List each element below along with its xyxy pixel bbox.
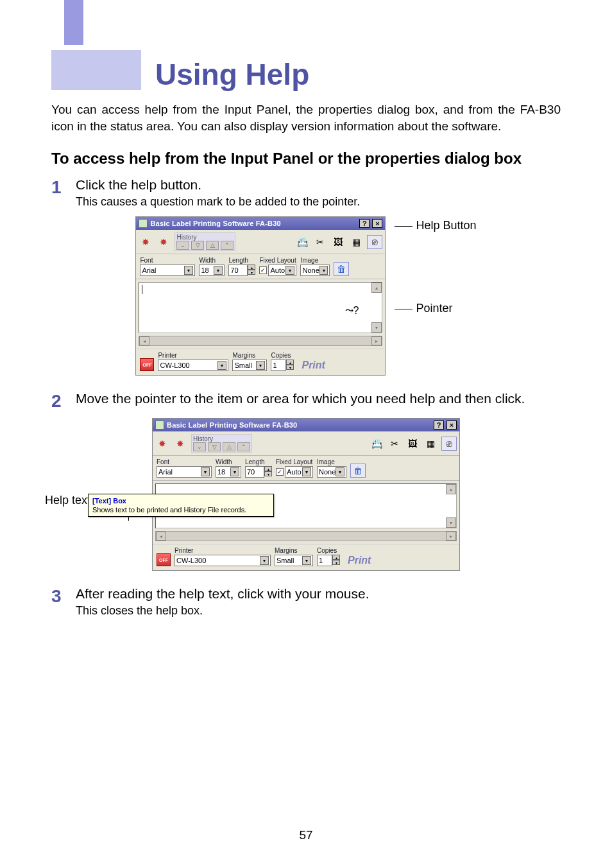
- copies-label: Copies: [271, 352, 294, 359]
- off-indicator-icon[interactable]: OFF: [157, 553, 171, 566]
- help-button[interactable]: ?: [359, 219, 370, 228]
- tooltip-title: [Text] Box: [92, 497, 269, 505]
- tool-icon[interactable]: ✸: [157, 235, 171, 249]
- chevron-down-icon: ▾: [302, 467, 311, 476]
- app-window: Basic Label Printing Software FA-B30 ? ×…: [135, 216, 386, 376]
- chevron-down-icon: ▾: [260, 556, 269, 565]
- options-button[interactable]: ⎚: [441, 437, 457, 451]
- accent-bar: [64, 0, 83, 45]
- chevron-down-icon: ▾: [217, 361, 226, 370]
- font-label: Font: [157, 458, 212, 465]
- step-1: 1 Click the help button. This causes a q…: [51, 177, 561, 209]
- trash-button[interactable]: 🗑: [334, 262, 349, 276]
- settings-icon[interactable]: ▦: [423, 437, 438, 451]
- bottom-bar: OFF Printer CW-L300▾ Margins Small▾ Copi…: [153, 544, 459, 570]
- chevron-down-icon: ▾: [201, 467, 210, 476]
- length-spinner[interactable]: 70: [228, 265, 248, 276]
- history-label: History: [176, 234, 196, 241]
- image-icon[interactable]: 🖼: [331, 235, 345, 249]
- history-nav-button[interactable]: ⌄: [193, 442, 206, 451]
- close-button[interactable]: ×: [372, 219, 382, 228]
- cut-icon[interactable]: ✂: [313, 235, 327, 249]
- spin-down[interactable]: ▾: [248, 270, 255, 275]
- print-button[interactable]: Print: [344, 555, 375, 566]
- scroll-up-button[interactable]: ▴: [446, 484, 456, 494]
- scroll-up-button[interactable]: ▴: [371, 282, 382, 293]
- horizontal-scrollbar[interactable]: ◂ ▸: [139, 336, 382, 346]
- text-caret: [142, 285, 142, 294]
- step-number: 2: [51, 391, 76, 410]
- figure-2: Help text Basic Label Printing Software …: [51, 418, 561, 571]
- fixed-layout-checkbox[interactable]: ✓: [259, 266, 267, 274]
- scroll-right-button[interactable]: ▸: [371, 336, 382, 345]
- text-input-area[interactable]: ▴ ▾ ⤳?: [139, 282, 382, 333]
- tool-icon[interactable]: ✸: [173, 437, 187, 451]
- spin-up[interactable]: ▴: [248, 265, 255, 270]
- help-button[interactable]: ?: [434, 421, 444, 430]
- margins-label: Margins: [232, 352, 267, 359]
- scroll-left-button[interactable]: ◂: [156, 532, 166, 541]
- history-nav-button[interactable]: ▽: [208, 442, 221, 451]
- trash-button[interactable]: 🗑: [350, 464, 366, 478]
- intro-paragraph: You can access help from the Input Panel…: [51, 101, 561, 134]
- history-nav-button[interactable]: △: [223, 442, 235, 451]
- layout-select[interactable]: Auto▾: [285, 466, 313, 478]
- window-title: Basic Label Printing Software FA-B30: [150, 220, 357, 227]
- app-icon: [155, 421, 164, 430]
- scroll-down-button[interactable]: ▾: [371, 322, 382, 333]
- spin-down[interactable]: ▾: [264, 471, 272, 476]
- spin-down[interactable]: ▾: [332, 560, 340, 565]
- margins-select[interactable]: Small▾: [232, 360, 267, 371]
- close-button[interactable]: ×: [446, 421, 457, 430]
- history-group: History ⌄ ▽ △ ⌃: [174, 232, 235, 251]
- spin-down[interactable]: ▾: [286, 365, 294, 370]
- chevron-down-icon: ▾: [256, 361, 265, 370]
- format-icon[interactable]: 📇: [370, 437, 384, 451]
- fixed-layout-checkbox[interactable]: ✓: [276, 468, 284, 476]
- font-select[interactable]: Arial▾: [140, 265, 195, 276]
- spin-up[interactable]: ▴: [264, 466, 272, 471]
- margins-select[interactable]: Small▾: [275, 555, 313, 566]
- image-select[interactable]: None▾: [300, 265, 330, 276]
- copies-spinner[interactable]: 1: [271, 360, 286, 371]
- length-spinner[interactable]: 70: [245, 466, 264, 478]
- history-nav-button[interactable]: ⌃: [221, 241, 234, 250]
- printer-select[interactable]: CW-L300▾: [158, 360, 228, 371]
- chevron-down-icon: ▾: [230, 467, 239, 476]
- print-button[interactable]: Print: [298, 360, 328, 371]
- tool-icon[interactable]: ✸: [139, 235, 153, 249]
- history-nav-button[interactable]: △: [206, 241, 219, 250]
- tool-icon[interactable]: ✸: [155, 437, 169, 451]
- scroll-down-button[interactable]: ▾: [446, 517, 456, 528]
- page-title: Using Help: [155, 59, 309, 90]
- app-icon: [139, 219, 148, 228]
- step-instruction: Click the help button.: [76, 177, 561, 193]
- image-icon[interactable]: 🖼: [405, 437, 420, 451]
- width-label: Width: [199, 257, 225, 264]
- format-icon[interactable]: 📇: [295, 235, 309, 249]
- width-select[interactable]: 18▾: [216, 466, 241, 478]
- off-indicator-icon[interactable]: OFF: [140, 358, 154, 371]
- step-number: 3: [51, 586, 76, 605]
- horizontal-scrollbar[interactable]: ◂ ▸: [155, 531, 457, 541]
- scroll-right-button[interactable]: ▸: [446, 532, 456, 541]
- spin-up[interactable]: ▴: [332, 555, 340, 560]
- font-label: Font: [140, 257, 195, 264]
- layout-select[interactable]: Auto▾: [268, 265, 296, 276]
- printer-label: Printer: [174, 547, 271, 554]
- copies-spinner[interactable]: 1: [317, 555, 332, 566]
- history-nav-button[interactable]: ⌄: [176, 241, 189, 250]
- settings-icon[interactable]: ▦: [349, 235, 363, 249]
- font-select[interactable]: Arial▾: [157, 466, 212, 478]
- options-button[interactable]: ⎚: [367, 235, 382, 249]
- history-nav-button[interactable]: ⌃: [237, 442, 250, 451]
- fixed-layout-label: Fixed Layout: [276, 458, 313, 465]
- length-label: Length: [228, 257, 255, 264]
- spin-up[interactable]: ▴: [286, 360, 294, 365]
- cut-icon[interactable]: ✂: [387, 437, 402, 451]
- history-nav-button[interactable]: ▽: [191, 241, 204, 250]
- printer-select[interactable]: CW-L300▾: [174, 555, 271, 566]
- width-select[interactable]: 18▾: [199, 265, 225, 276]
- scroll-left-button[interactable]: ◂: [139, 336, 149, 345]
- image-select[interactable]: None▾: [317, 466, 346, 478]
